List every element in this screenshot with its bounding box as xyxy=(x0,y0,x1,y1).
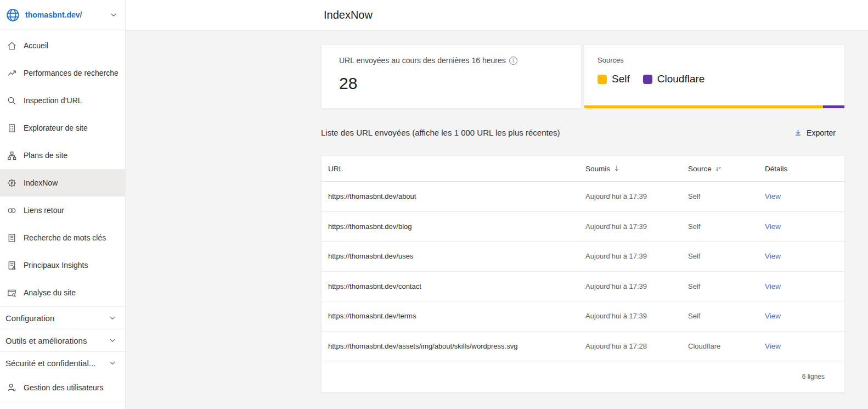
sidebar-item-analyse-du-site[interactable]: Analyse du site xyxy=(0,279,125,306)
sidebar-item-principaux-insights[interactable]: Principaux Insights xyxy=(0,251,125,279)
sort-filter-icon xyxy=(715,165,722,172)
submitted-urls-label: URL envoyées au cours des dernières 16 h… xyxy=(339,56,506,65)
legend-entry-self: Self xyxy=(598,73,630,85)
url-table-card: URL Soumis Source Détails https://thomas… xyxy=(321,155,845,393)
submitted-urls-count: 28 xyxy=(339,74,581,93)
indexnow-gear-icon xyxy=(6,177,17,188)
sidebar-section-outils[interactable]: Outils et améliorations xyxy=(0,329,125,351)
sidebar-item-recherche-mots-cles[interactable]: Recherche de mots clés xyxy=(0,224,125,251)
submitted-cell: Aujourd’hui à 17:28 xyxy=(585,342,688,350)
sidebar-item-label: Recherche de mots clés xyxy=(24,233,106,242)
url-cell: https://thomasbnt.dev/uses xyxy=(322,252,585,260)
table-footer: 6 lignes xyxy=(322,361,844,392)
url-cell: https://thomasbnt.dev/contact xyxy=(322,282,585,290)
source-cell: Self xyxy=(688,282,765,290)
legend-label: Cloudflare xyxy=(657,73,705,85)
sidebar-nav: Accueil Performances de recherche Inspec… xyxy=(0,30,125,306)
sidebar-item-label: Gestion des utilisateurs xyxy=(24,383,104,392)
column-header-source[interactable]: Source xyxy=(688,165,765,173)
legend-label: Self xyxy=(612,73,630,85)
url-list-title: Liste des URL envoyées (affiche les 1 00… xyxy=(321,128,560,137)
keyword-list-icon xyxy=(6,232,17,243)
source-cell: Self xyxy=(688,252,765,260)
sidebar-item-label: Accueil xyxy=(24,41,48,50)
cloudflare-swatch xyxy=(643,75,652,84)
backlinks-icon xyxy=(6,205,17,216)
sidebar-section-securite[interactable]: Sécurité et confidential... xyxy=(0,351,125,374)
section-label: Outils et améliorations xyxy=(5,336,87,345)
table-header-row: URL Soumis Source Détails xyxy=(322,156,844,182)
view-link[interactable]: View xyxy=(765,312,781,320)
sidebar-section-configuration[interactable]: Configuration xyxy=(0,306,125,329)
site-selector[interactable]: thomasbnt.dev/ xyxy=(0,0,125,30)
sidebar-item-inspection-url[interactable]: Inspection d’URL xyxy=(0,87,125,114)
chevron-down-icon xyxy=(109,314,116,322)
sources-legend: Self Cloudflare xyxy=(598,73,844,85)
sidebar-item-performances[interactable]: Performances de recherche xyxy=(0,59,125,87)
column-header-url[interactable]: URL xyxy=(322,165,585,173)
sidebar-item-label: Principaux Insights xyxy=(24,261,88,270)
sources-bar-self xyxy=(584,105,823,108)
site-scan-icon xyxy=(6,287,17,298)
insights-icon xyxy=(6,260,17,271)
source-cell: Self xyxy=(688,222,765,231)
view-link[interactable]: View xyxy=(765,222,781,231)
sidebar-item-gestion-utilisateurs[interactable]: Gestion des utilisateurs xyxy=(0,374,125,401)
url-cell: https://thomasbnt.dev/blog xyxy=(322,222,585,231)
sort-descending-icon xyxy=(613,165,620,172)
column-header-details[interactable]: Détails xyxy=(765,165,831,173)
table-row: https://thomasbnt.dev/uses Aujourd’hui à… xyxy=(322,242,844,272)
sources-bar-cloudflare xyxy=(823,105,844,108)
source-cell: Cloudflare xyxy=(688,342,765,350)
chevron-down-icon xyxy=(110,11,117,19)
sources-label: Sources xyxy=(598,56,844,64)
view-link[interactable]: View xyxy=(765,252,781,260)
self-swatch xyxy=(598,75,607,84)
sources-card: Sources Self Cloudflare xyxy=(584,44,845,109)
sidebar-item-label: Inspection d’URL xyxy=(24,96,82,105)
sidebar-item-explorateur[interactable]: Explorateur de site xyxy=(0,114,125,142)
info-icon[interactable]: i xyxy=(509,57,517,65)
sidebar-item-plans-de-site[interactable]: Plans de site xyxy=(0,142,125,169)
chevron-down-icon xyxy=(109,359,116,367)
table-row: https://thomasbnt.dev/assets/img/about/s… xyxy=(322,332,844,362)
url-cell: https://thomasbnt.dev/assets/img/about/s… xyxy=(322,342,585,350)
home-icon xyxy=(6,40,17,51)
legend-entry-cloudflare: Cloudflare xyxy=(643,73,705,85)
table-row: https://thomasbnt.dev/terms Aujourd’hui … xyxy=(322,301,844,332)
url-cell: https://thomasbnt.dev/terms xyxy=(322,312,585,320)
sidebar-item-label: Performances de recherche xyxy=(24,69,119,77)
sidebar-item-indexnow[interactable]: IndexNow xyxy=(0,169,125,197)
submitted-cell: Aujourd’hui à 17:39 xyxy=(585,312,688,320)
sidebar-item-label: Analyse du site xyxy=(24,288,76,297)
app-window: thomasbnt.dev/ Accueil Performances de r… xyxy=(0,0,868,409)
main-content: URL envoyées au cours des dernières 16 h… xyxy=(126,31,868,409)
column-header-soumis[interactable]: Soumis xyxy=(585,165,688,173)
page-header: IndexNow xyxy=(126,0,868,31)
export-button[interactable]: Exporter xyxy=(794,128,845,137)
export-label: Exporter xyxy=(807,128,836,137)
sidebar-item-label: Explorateur de site xyxy=(24,124,88,132)
url-list-header: Liste des URL envoyées (affiche les 1 00… xyxy=(321,128,845,137)
submitted-urls-label-row: URL envoyées au cours des dernières 16 h… xyxy=(339,56,581,65)
submitted-cell: Aujourd’hui à 17:39 xyxy=(585,282,688,290)
sidebar-item-label: Plans de site xyxy=(24,151,67,160)
sidebar-item-liens-retour[interactable]: Liens retour xyxy=(0,197,125,224)
search-icon xyxy=(6,95,17,106)
page-title: IndexNow xyxy=(324,9,373,21)
sidebar-item-accueil[interactable]: Accueil xyxy=(0,32,125,59)
submitted-cell: Aujourd’hui à 17:39 xyxy=(585,192,688,200)
table-row: https://thomasbnt.dev/contact Aujourd’hu… xyxy=(322,272,844,302)
chevron-down-icon xyxy=(109,337,116,344)
submitted-cell: Aujourd’hui à 17:39 xyxy=(585,222,688,231)
site-name: thomasbnt.dev/ xyxy=(25,10,110,19)
view-link[interactable]: View xyxy=(765,282,781,290)
view-link[interactable]: View xyxy=(765,192,781,200)
table-row: https://thomasbnt.dev/about Aujourd’hui … xyxy=(322,182,844,212)
submitted-cell: Aujourd’hui à 17:39 xyxy=(585,252,688,260)
url-cell: https://thomasbnt.dev/about xyxy=(322,192,585,200)
view-link[interactable]: View xyxy=(765,342,781,350)
user-settings-icon xyxy=(6,382,17,393)
section-label: Sécurité et confidential... xyxy=(5,358,95,368)
sources-stacked-bar xyxy=(584,105,844,108)
